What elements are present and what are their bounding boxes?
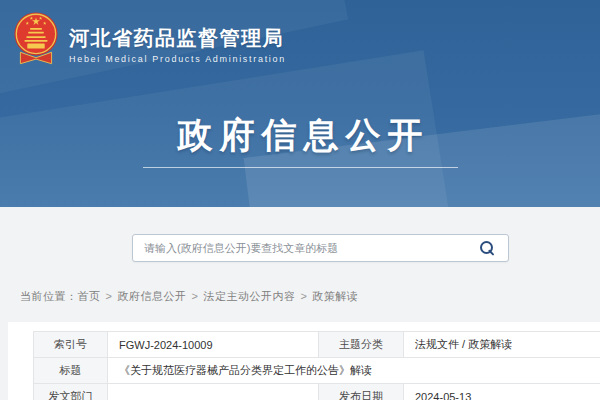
field-value-topic-category: 法规文件 / 政策解读 [404,332,600,358]
breadcrumb: 当前位置：首页>政府信息公开>法定主动公开内容>政策解读 [20,289,358,304]
breadcrumb-separator: > [300,290,307,302]
field-label-publish-date: 发布日期 [319,384,404,400]
page: 河北省药品监督管理局 Hebei Medical Products Admini… [0,0,600,400]
national-emblem-icon [13,11,59,77]
field-value-index-number: FGWJ-2024-10009 [108,332,319,358]
table-row-department-date: 发文部门 发布日期 2024-05-13 [34,384,600,400]
breadcrumb-separator: > [191,290,198,302]
site-title: 河北省药品监督管理局 [69,25,286,51]
table-row-index: 索引号 FGWJ-2024-10009 主题分类 法规文件 / 政策解读 [34,332,600,358]
hero-banner: 河北省药品监督管理局 Hebei Medical Products Admini… [0,0,600,207]
table-row-title: 标题 《关于规范医疗器械产品分类界定工作的公告》解读 [34,358,600,384]
search-input[interactable] [133,235,480,261]
document-info-table: 索引号 FGWJ-2024-10009 主题分类 法规文件 / 政策解读 标题 … [33,331,600,400]
breadcrumb-separator: > [106,290,113,302]
breadcrumb-item-home[interactable]: 首页 [78,290,101,302]
title-underline [143,167,458,168]
breadcrumb-item-info-disclosure[interactable]: 政府信息公开 [117,290,186,302]
field-label-issuing-department: 发文部门 [34,384,108,400]
field-value-publish-date: 2024-05-13 [404,384,600,400]
site-title-block: 河北省药品监督管理局 Hebei Medical Products Admini… [69,25,286,64]
search-box [132,234,509,262]
site-subtitle: Hebei Medical Products Administration [69,54,286,64]
field-value-title: 《关于规范医疗器械产品分类界定工作的公告》解读 [108,358,600,384]
search-icon[interactable] [480,240,496,256]
breadcrumb-item-statutory-disclosure[interactable]: 法定主动公开内容 [203,290,295,302]
site-logo[interactable]: 河北省药品监督管理局 Hebei Medical Products Admini… [13,11,286,77]
document-info-card: 索引号 FGWJ-2024-10009 主题分类 法规文件 / 政策解读 标题 … [8,322,600,400]
field-label-title: 标题 [34,358,108,384]
field-label-index-number: 索引号 [34,332,108,358]
breadcrumb-label: 当前位置： [20,290,78,302]
page-title: 政府信息公开 [0,112,600,159]
field-value-issuing-department [108,384,319,400]
field-label-topic-category: 主题分类 [319,332,404,358]
breadcrumb-item-policy-interpretation[interactable]: 政策解读 [312,290,358,302]
